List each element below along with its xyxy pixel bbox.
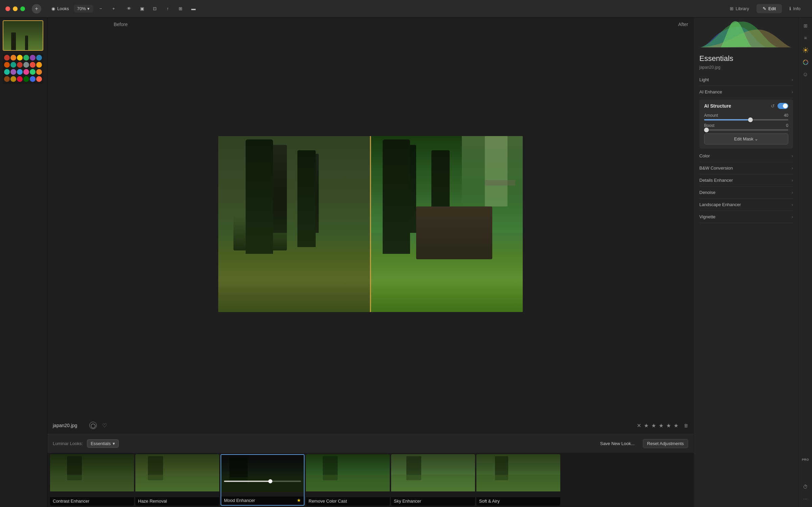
crop-icon: ⊡ [153, 6, 157, 11]
essentials-title: Essentials [699, 54, 793, 63]
star-5[interactable]: ★ [674, 422, 678, 429]
titlebar: + ◉ Looks 70% ▾ − + 👁 ▣ ⊡ ↑ ⊞ ▬ ⊞ Librar… [0, 0, 812, 18]
preset-contrast-enhancer[interactable]: Contrast Enhancer [50, 454, 134, 506]
essentials-panel: Essentials japan20.jpg Light › AI Enhanc… [694, 51, 798, 507]
preset-mood-enhancer[interactable]: Mood Enhancer ★ [221, 454, 304, 506]
section-details[interactable]: Details Enhancer › [699, 174, 793, 186]
adjustments-panel-button[interactable]: ≡ [800, 32, 811, 43]
boost-slider-thumb[interactable] [704, 128, 709, 132]
right-toolbar: ⊞ ≡ [798, 18, 812, 507]
looks-tab-label: Looks [57, 6, 69, 11]
library-tab-label: Library [736, 6, 749, 11]
star-3[interactable]: ★ [659, 422, 663, 429]
library-tab[interactable]: ⊞ Library [724, 4, 755, 13]
more-icon: ··· [803, 497, 808, 501]
preset-star-icon: ★ [297, 498, 301, 503]
ai-structure-actions: ↺ [771, 103, 788, 109]
before-after-divider[interactable] [370, 136, 371, 312]
chevron-down-icon: ▾ [87, 6, 90, 11]
preset-soft-airy[interactable]: Soft & Airy [476, 454, 560, 506]
chevron-right-icon: › [792, 153, 793, 158]
info-tab[interactable]: ℹ Info [783, 4, 807, 13]
reject-button[interactable]: ✕ [637, 422, 641, 429]
histogram-area [694, 18, 798, 51]
save-new-look-button[interactable]: Save New Look... [596, 439, 639, 448]
preset-haze-removal[interactable]: Haze Removal [135, 454, 219, 506]
looks-icon: ◉ [51, 6, 55, 11]
ai-structure-reset-button[interactable]: ↺ [771, 103, 775, 109]
grid-view-button[interactable]: ⊞ [174, 3, 187, 14]
essentials-filename: japan20.jpg [699, 65, 793, 70]
section-ai-enhance[interactable]: AI Enhance › [699, 86, 793, 98]
zoom-in-button[interactable]: + [107, 3, 120, 14]
thumbnail-1[interactable] [3, 20, 43, 51]
amount-slider-track[interactable] [704, 119, 788, 120]
maximize-button[interactable] [20, 6, 25, 11]
info-icon: ℹ [789, 6, 791, 11]
preset-remove-color-cast[interactable]: Remove Color Cast [306, 454, 390, 506]
minimize-button[interactable] [13, 6, 18, 11]
right-panel: Essentials japan20.jpg Light › AI Enhanc… [694, 18, 798, 507]
edit-mask-button[interactable]: Edit Mask ⌄ [704, 133, 788, 145]
face-panel-button[interactable]: ☺ [800, 69, 811, 80]
layers-panel-button[interactable]: ⊞ [800, 20, 811, 31]
reset-adjustments-button[interactable]: Reset Adjustments [643, 439, 688, 448]
star-4[interactable]: ★ [666, 422, 671, 429]
section-color-label: Color [699, 153, 792, 158]
clock-icon: ⏱ [803, 484, 808, 490]
split-compare-button[interactable]: ▣ [136, 3, 149, 14]
like-button[interactable]: ♡ [102, 422, 107, 429]
svg-line-5 [804, 48, 804, 49]
preset-contrast-label: Contrast Enhancer [50, 497, 134, 506]
section-bw[interactable]: B&W Conversion › [699, 162, 793, 174]
preset-sky-enhancer[interactable]: Sky Enhancer [391, 454, 475, 506]
section-denoise-label: Denoise [699, 190, 792, 195]
filmstrip-icon: ▬ [191, 6, 196, 11]
crop-button[interactable]: ⊡ [149, 3, 161, 14]
chevron-right-icon: › [792, 166, 793, 171]
boost-slider-track[interactable] [704, 129, 788, 131]
chevron-right-icon: › [792, 190, 793, 195]
add-tab-button[interactable]: + [32, 4, 41, 14]
looks-dropdown[interactable]: Essentials ▾ [87, 439, 119, 448]
plus-icon: + [112, 6, 115, 11]
ai-structure-toggle[interactable] [777, 103, 788, 109]
eye-button[interactable]: 👁 [123, 3, 136, 14]
history-button[interactable]: ⏱ [800, 481, 811, 492]
histogram-chart [699, 20, 793, 47]
delete-button[interactable]: 🗑 [684, 423, 688, 428]
close-button[interactable] [5, 6, 10, 11]
svg-point-10 [805, 61, 807, 63]
edit-tab[interactable]: ✎ Edit [757, 4, 782, 13]
share-button[interactable]: ↑ [161, 3, 174, 14]
share-icon: ↑ [166, 6, 169, 11]
flag-button[interactable]: ◯ [89, 422, 97, 429]
section-light[interactable]: Light › [699, 74, 793, 86]
looks-tab[interactable]: ◉ Looks [47, 4, 74, 13]
preset-soft-label: Soft & Airy [476, 497, 560, 506]
grid-icon: ⊞ [179, 6, 182, 11]
section-landscape[interactable]: Landscape Enhancer › [699, 199, 793, 211]
sun-panel-button[interactable] [800, 45, 811, 56]
ai-structure-title: AI Structure [704, 103, 771, 109]
image-container [218, 136, 523, 312]
amount-slider-thumb[interactable] [748, 117, 753, 122]
star-1[interactable]: ★ [644, 422, 649, 429]
section-denoise[interactable]: Denoise › [699, 186, 793, 199]
more-options-button[interactable]: ··· [800, 493, 811, 504]
nav-tabs: ⊞ Library ✎ Edit ℹ Info [724, 4, 807, 13]
zoom-out-button[interactable]: − [94, 3, 107, 14]
star-2[interactable]: ★ [651, 422, 656, 429]
filmstrip-button[interactable]: ▬ [187, 3, 200, 14]
color-panel-button[interactable] [800, 57, 811, 68]
section-color[interactable]: Color › [699, 150, 793, 162]
zoom-control[interactable]: 70% ▾ [74, 5, 93, 13]
chevron-right-icon: › [792, 214, 793, 219]
section-vignette[interactable]: Vignette › [699, 211, 793, 223]
looks-bar: Luminar Looks: Essentials ▾ Save New Loo… [47, 434, 694, 453]
rating-area: ✕ ★ ★ ★ ★ ★ 🗑 [637, 422, 688, 429]
library-icon: ⊞ [730, 6, 734, 11]
thumbnail-2[interactable] [3, 53, 43, 84]
pro-badge[interactable]: PRO [800, 454, 811, 465]
preset-contrast-thumb [50, 454, 134, 491]
